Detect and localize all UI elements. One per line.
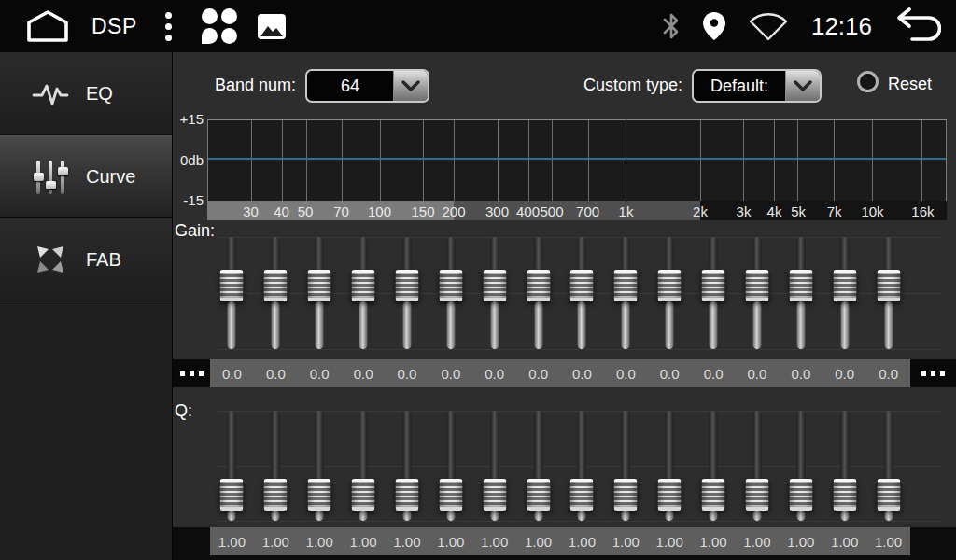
chevron-down-icon[interactable]: [785, 71, 820, 101]
q-slider-10[interactable]: [604, 405, 648, 526]
slider-track-upper: [622, 411, 630, 479]
custom-type-dropdown[interactable]: Default:: [692, 69, 822, 103]
home-icon[interactable]: [24, 9, 71, 43]
q-slider-7[interactable]: [472, 405, 516, 526]
gain-slider-3[interactable]: [298, 231, 342, 355]
gain-slider-4[interactable]: [342, 231, 386, 355]
band-num-label: Band num:: [215, 76, 296, 95]
q-value-16: 1.00: [866, 527, 910, 555]
slider-thumb[interactable]: [483, 479, 506, 511]
freq-tick-label: 500: [541, 203, 564, 218]
slider-track-lower: [402, 301, 411, 349]
slider-thumb[interactable]: [264, 270, 288, 301]
gain-slider-13[interactable]: [736, 231, 780, 355]
freq-tick-label: 5k: [791, 203, 806, 218]
gain-slider-5[interactable]: [386, 231, 429, 355]
band-num-dropdown[interactable]: 64: [305, 69, 429, 103]
slider-thumb[interactable]: [877, 479, 900, 511]
back-icon[interactable]: [894, 7, 941, 46]
freq-tick-label: 7k: [827, 203, 842, 218]
slider-thumb[interactable]: [833, 479, 856, 511]
q-slider-12[interactable]: [692, 405, 736, 526]
gain-slider-6[interactable]: [429, 231, 472, 355]
gain-page-left-button[interactable]: [173, 359, 210, 387]
slider-track-lower: [228, 301, 236, 349]
slider-thumb[interactable]: [220, 270, 244, 301]
slider-thumb[interactable]: [264, 479, 288, 511]
sidebar-item-fab[interactable]: FAB: [0, 218, 172, 301]
q-slider-5[interactable]: [386, 405, 429, 526]
gain-slider-15[interactable]: [822, 231, 866, 355]
slider-track-lower: [796, 511, 805, 521]
gain-slider-12[interactable]: [692, 231, 736, 355]
slider-thumb[interactable]: [789, 479, 812, 511]
slider-thumb[interactable]: [658, 270, 682, 301]
q-value-10: 1.00: [604, 527, 648, 555]
slider-thumb[interactable]: [439, 270, 462, 301]
slider-thumb[interactable]: [570, 479, 594, 511]
slider-thumb[interactable]: [833, 270, 856, 301]
gain-value-14: 0.0: [779, 359, 822, 387]
q-slider-11[interactable]: [648, 405, 692, 526]
q-slider-1[interactable]: [210, 405, 254, 526]
gain-slider-16[interactable]: [866, 231, 910, 355]
q-slider-15[interactable]: [822, 405, 866, 526]
slider-thumb[interactable]: [614, 270, 638, 301]
slider-thumb[interactable]: [483, 270, 506, 301]
slider-thumb[interactable]: [308, 479, 331, 511]
q-slider-3[interactable]: [298, 405, 342, 526]
q-slider-8[interactable]: [516, 405, 560, 526]
q-slider-4[interactable]: [342, 405, 386, 526]
slider-thumb[interactable]: [395, 270, 418, 301]
chevron-down-icon[interactable]: [393, 71, 428, 101]
sidebar-item-curve[interactable]: Curve: [0, 135, 172, 218]
q-slider-14[interactable]: [779, 405, 822, 526]
apps-icon[interactable]: [202, 8, 237, 44]
gain-slider-7[interactable]: [472, 231, 516, 355]
slider-thumb[interactable]: [702, 479, 725, 511]
q-slider-6[interactable]: [429, 405, 472, 526]
slider-thumb[interactable]: [527, 479, 550, 511]
gain-slider-2[interactable]: [254, 231, 298, 355]
freq-gridline: [342, 120, 343, 201]
slider-thumb[interactable]: [702, 270, 725, 301]
q-slider-2[interactable]: [254, 405, 298, 526]
gain-slider-11[interactable]: [648, 231, 692, 355]
slider-track-lower: [884, 301, 893, 349]
slider-thumb[interactable]: [395, 479, 418, 511]
q-slider-13[interactable]: [736, 405, 780, 526]
slider-thumb[interactable]: [745, 479, 768, 511]
gain-page-right-button[interactable]: [910, 359, 956, 387]
slider-thumb[interactable]: [220, 479, 244, 511]
gain-slider-8[interactable]: [516, 231, 560, 355]
slider-thumb[interactable]: [352, 479, 375, 511]
slider-track-upper: [710, 411, 718, 479]
slider-thumb[interactable]: [570, 270, 594, 301]
slider-thumb[interactable]: [877, 270, 900, 301]
slider-thumb[interactable]: [745, 270, 768, 301]
q-slider-9[interactable]: [560, 405, 604, 526]
q-value-14: 1.00: [779, 527, 822, 555]
slider-thumb[interactable]: [658, 479, 682, 511]
gain-slider-9[interactable]: [560, 231, 604, 355]
q-value-6: 1.00: [429, 527, 472, 555]
gain-value-13: 0.0: [736, 359, 780, 387]
reset-label[interactable]: Reset: [888, 75, 932, 94]
slider-thumb[interactable]: [308, 270, 331, 301]
slider-thumb[interactable]: [352, 270, 375, 301]
sidebar-item-eq[interactable]: EQ: [0, 52, 172, 135]
slider-track-upper: [359, 411, 368, 479]
reset-radio[interactable]: [857, 71, 879, 92]
status-bar-left: DSP: [24, 8, 286, 45]
slider-thumb[interactable]: [439, 479, 462, 511]
band-num-value: 64: [307, 71, 393, 101]
q-slider-16[interactable]: [866, 405, 910, 526]
slider-thumb[interactable]: [527, 270, 550, 301]
overflow-menu-icon[interactable]: [162, 8, 176, 45]
gain-slider-1[interactable]: [210, 231, 254, 355]
slider-thumb[interactable]: [614, 479, 638, 511]
slider-thumb[interactable]: [789, 270, 812, 301]
gain-slider-14[interactable]: [779, 231, 822, 355]
gallery-icon[interactable]: [258, 14, 286, 39]
gain-slider-10[interactable]: [604, 231, 648, 355]
